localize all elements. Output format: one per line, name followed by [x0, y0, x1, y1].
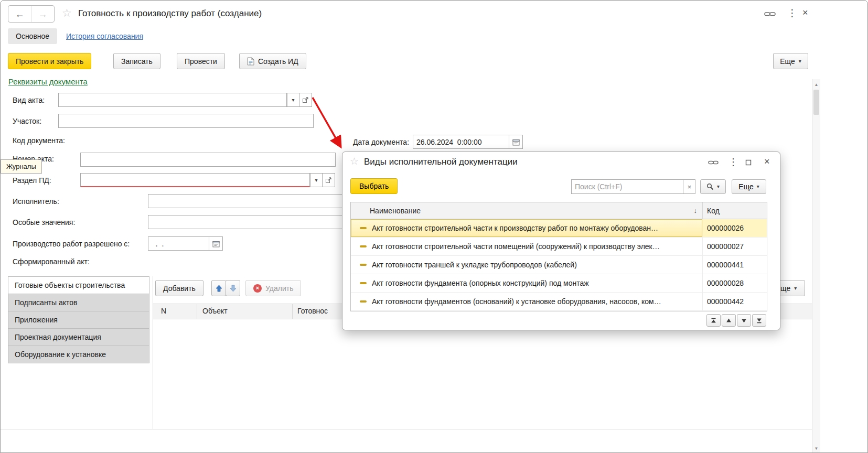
choice-dialog: ☆ Виды исполнительной документации ⋮ × В…: [342, 152, 780, 330]
dialog-star-icon[interactable]: ☆: [350, 155, 359, 167]
document-icon: [247, 57, 254, 66]
grid-header-n[interactable]: N: [161, 307, 166, 315]
dialog-list-header: Наименование ↓ Код: [351, 202, 767, 219]
back-button[interactable]: ←: [8, 6, 31, 22]
form-more-button[interactable]: Еще ▾: [773, 53, 808, 69]
go-up-button[interactable]: [722, 314, 736, 327]
favorite-star-icon[interactable]: ☆: [62, 7, 72, 19]
list-item[interactable]: Акт готовности фундаментов (оснований) к…: [351, 293, 767, 311]
more-label: Еще: [780, 57, 795, 66]
tab-equipment-to-install[interactable]: Оборудование к установке: [8, 346, 149, 363]
open-icon: [325, 177, 332, 184]
executor-input[interactable]: [148, 194, 368, 208]
back-arrow-icon: ←: [15, 9, 25, 19]
grid-move-up-button[interactable]: [211, 280, 226, 296]
act-kind-label: Вид акта:: [13, 96, 45, 104]
column-code-label: Код: [707, 207, 720, 215]
column-header-name[interactable]: Наименование ↓: [351, 202, 702, 219]
create-id-button[interactable]: Создать ИД: [239, 53, 306, 69]
dialog-maximize-icon[interactable]: [745, 158, 752, 168]
pd-section-input[interactable]: [80, 173, 310, 187]
tab-act-signers[interactable]: Подписанты актов: [8, 294, 149, 311]
pd-section-label: Раздел ПД:: [13, 176, 51, 185]
create-id-label: Создать ИД: [258, 57, 298, 66]
item-name: Акт готовности фундамента (опорных конст…: [372, 279, 589, 287]
dialog-more-button[interactable]: Еще ▾: [732, 179, 766, 194]
tab-attachments[interactable]: Приложения: [8, 311, 149, 329]
grid-move-down-button[interactable]: [226, 280, 240, 296]
column-header-code[interactable]: Код: [702, 202, 767, 219]
tab-ready-objects[interactable]: Готовые объекты строительства: [8, 276, 149, 294]
calendar-icon: [212, 240, 220, 247]
act-kind-dropdown-button[interactable]: ▾: [287, 93, 299, 107]
special-values-label: Особые значения:: [13, 218, 75, 226]
list-item[interactable]: Акт готовности фундамента (опорных конст…: [351, 274, 767, 293]
list-item[interactable]: Акт готовности строительной части помеще…: [351, 238, 767, 256]
doc-date-input[interactable]: 26.06.2024 0:00:00: [413, 135, 509, 149]
pd-section-dropdown-button[interactable]: ▾: [310, 173, 323, 187]
grid-delete-button[interactable]: × Удалить: [245, 280, 301, 296]
item-dash-icon: [360, 300, 367, 303]
pd-section-open-button[interactable]: [322, 173, 335, 187]
list-item[interactable]: Акт готовности траншей к укладке трубопр…: [351, 256, 767, 274]
grid-header-readiness[interactable]: Готовнос: [297, 307, 328, 315]
list-item[interactable]: Акт готовности строительной части к прои…: [351, 219, 767, 238]
forward-button[interactable]: →: [31, 6, 54, 22]
dialog-search-box: ×: [571, 179, 695, 194]
scroll-up-icon[interactable]: ▲: [812, 80, 820, 89]
caret-down-icon: ▾: [717, 184, 720, 189]
dialog-search-button[interactable]: ▾: [700, 179, 726, 194]
save-button[interactable]: Записать: [113, 53, 160, 69]
tab-project-documentation[interactable]: Проектная документация: [8, 328, 149, 346]
work-allowed-from-input[interactable]: . .: [148, 236, 209, 251]
window-more-menu-icon[interactable]: ⋮: [787, 8, 797, 18]
item-name: Акт готовности траншей к укладке трубопр…: [372, 261, 577, 269]
act-number-input[interactable]: [80, 153, 336, 167]
doc-date-calendar-button[interactable]: [509, 135, 523, 149]
caret-down-icon: ▾: [757, 184, 759, 189]
search-icon: [706, 183, 714, 190]
caret-down-icon: ▾: [794, 286, 797, 291]
act-kind-input[interactable]: [58, 93, 287, 107]
dialog-close-icon[interactable]: ×: [764, 157, 770, 166]
get-link-icon[interactable]: [764, 10, 776, 20]
window-close-icon[interactable]: ×: [802, 8, 808, 17]
item-name: Акт готовности строительной части к прои…: [372, 224, 658, 232]
dialog-list: Наименование ↓ Код Акт готовности строит…: [350, 202, 767, 311]
act-kind-open-button[interactable]: [299, 93, 312, 107]
journals-tooltip: Журналы: [1, 159, 42, 174]
work-allowed-from-label: Производство работ разрешено с:: [13, 240, 130, 248]
grid-add-button[interactable]: Добавить: [155, 280, 203, 296]
sort-descending-icon: ↓: [694, 207, 698, 214]
doc-code-label: Код документа:: [13, 136, 65, 145]
delete-label: Удалить: [265, 284, 293, 293]
scrollbar-thumb[interactable]: [813, 90, 819, 115]
site-input[interactable]: [58, 114, 314, 128]
go-to-top-button[interactable]: [706, 314, 721, 327]
dialog-get-link-icon[interactable]: [708, 159, 719, 168]
search-clear-icon[interactable]: ×: [683, 180, 695, 193]
grid-header-divider: [197, 304, 197, 319]
work-allowed-calendar-button[interactable]: [209, 236, 223, 251]
content-bottom-border: [1, 429, 812, 429]
dialog-select-button[interactable]: Выбрать: [350, 178, 398, 194]
item-code: 000000442: [707, 297, 744, 306]
vertical-scrollbar[interactable]: ▲ ▼: [812, 79, 820, 453]
scroll-down-icon[interactable]: ▼: [812, 444, 820, 452]
go-down-button[interactable]: [737, 314, 751, 327]
tab-approval-history[interactable]: История согласования: [66, 32, 143, 40]
grid-header-object[interactable]: Объект: [202, 307, 228, 315]
requisites-group-link[interactable]: Реквизиты документа: [8, 77, 88, 86]
post-button[interactable]: Провести: [177, 53, 225, 69]
caret-down-icon: ▾: [315, 178, 317, 183]
special-values-input[interactable]: [148, 215, 368, 229]
item-dash-icon: [360, 264, 367, 266]
panel-divider: [153, 276, 153, 429]
tab-main[interactable]: Основное: [8, 28, 57, 44]
dialog-search-input[interactable]: [572, 180, 683, 193]
dialog-more-menu-icon[interactable]: ⋮: [728, 157, 738, 167]
doc-date-label: Дата документа:: [353, 138, 409, 146]
go-to-bottom-button[interactable]: [752, 314, 766, 327]
post-and-close-button[interactable]: Провести и закрыть: [8, 53, 91, 69]
open-icon: [302, 97, 309, 103]
